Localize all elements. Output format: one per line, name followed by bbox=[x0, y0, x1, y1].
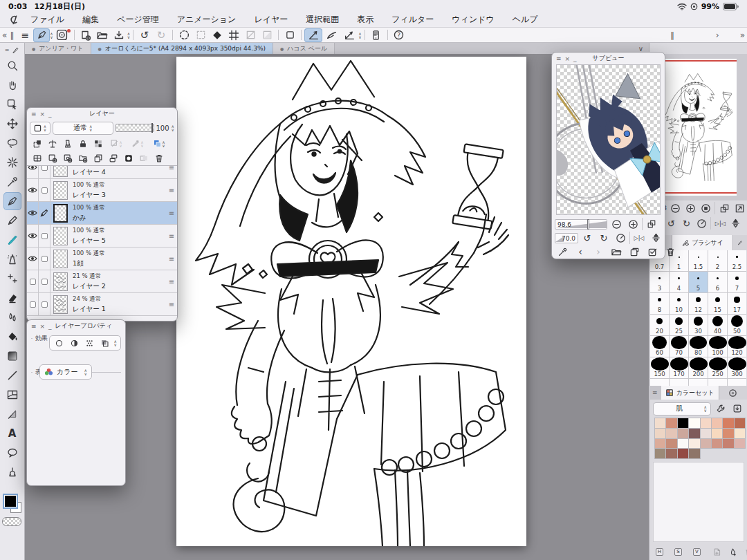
layer-mask-button[interactable] bbox=[121, 152, 136, 165]
color-swatch[interactable] bbox=[678, 418, 689, 429]
brush-size-cell[interactable]: 2 bbox=[708, 250, 727, 271]
subview-zoom-in-button[interactable] bbox=[625, 218, 640, 230]
menu-item[interactable]: ウィンドウ bbox=[443, 14, 503, 26]
divider-handle-icon[interactable]: ∥ bbox=[10, 30, 14, 40]
layer-visibility-toggle[interactable] bbox=[27, 293, 39, 315]
reference-layer-button[interactable]: ∧∨ bbox=[106, 138, 127, 150]
layer-color-button[interactable]: ∧∨ bbox=[149, 138, 169, 150]
tool-balloon[interactable] bbox=[3, 444, 21, 462]
tool-decoration[interactable] bbox=[3, 270, 21, 288]
layer-color-effect-button[interactable] bbox=[99, 337, 111, 348]
import-color-set-button[interactable] bbox=[730, 402, 744, 415]
layer-row[interactable]: 100 % 通常かみ≡ bbox=[27, 202, 177, 225]
layer-visibility-toggle[interactable] bbox=[27, 202, 39, 224]
delete-layer-button[interactable] bbox=[151, 152, 166, 165]
crop-button[interactable] bbox=[225, 28, 242, 42]
expand-right-icon[interactable]: › bbox=[716, 30, 719, 40]
subview-reset-rotation-button[interactable] bbox=[613, 232, 628, 244]
tool-pencil[interactable] bbox=[3, 212, 21, 230]
palette-menu-icon[interactable]: ≡ bbox=[31, 323, 37, 330]
selection-fill-button[interactable] bbox=[259, 28, 275, 42]
brush-size-cell[interactable]: 120 bbox=[728, 336, 746, 357]
tool-figure[interactable] bbox=[3, 366, 21, 384]
subview-next-button[interactable]: › bbox=[591, 245, 606, 258]
tab-color-wheel[interactable] bbox=[719, 386, 747, 400]
open-file-button[interactable] bbox=[94, 28, 111, 42]
deselect-button[interactable] bbox=[192, 28, 209, 42]
main-menu-button[interactable]: ≡ bbox=[17, 28, 33, 42]
select-launcher-button[interactable] bbox=[176, 28, 192, 42]
color-swatch[interactable] bbox=[689, 449, 700, 459]
color-swatch[interactable] bbox=[678, 439, 689, 449]
hsv-button-v[interactable]: V bbox=[693, 548, 701, 556]
tool-move[interactable] bbox=[3, 115, 21, 133]
close-icon[interactable]: × bbox=[565, 55, 571, 62]
layer-visibility-toggle[interactable] bbox=[27, 270, 39, 292]
opacity-stepper[interactable]: ∧∨ bbox=[172, 124, 174, 131]
tool-brush[interactable] bbox=[3, 231, 21, 249]
color-swatch[interactable] bbox=[666, 439, 677, 449]
draw-target-button[interactable]: ∧∨ bbox=[127, 138, 148, 150]
brush-size-cell[interactable]: 300 bbox=[728, 357, 746, 378]
menu-item[interactable]: レイヤー bbox=[245, 14, 297, 26]
lock-transparent-pixels-button[interactable] bbox=[91, 138, 105, 150]
color-swatch[interactable] bbox=[712, 429, 723, 439]
brush-size-cell[interactable] bbox=[708, 379, 727, 386]
layer-thumbnail[interactable] bbox=[53, 295, 68, 314]
tool-eraser[interactable] bbox=[3, 289, 21, 307]
color-swatch[interactable] bbox=[678, 449, 689, 459]
color-swatch[interactable] bbox=[723, 439, 734, 449]
nav-rotate-right-button[interactable]: ↻ bbox=[679, 217, 693, 230]
layer-thumbnail[interactable] bbox=[53, 204, 68, 223]
collapse-left-icon[interactable]: « bbox=[2, 30, 7, 40]
layers-palette-header[interactable]: ≡ × _ レイヤー bbox=[27, 108, 177, 120]
brush-size-cell[interactable]: 250 bbox=[708, 357, 727, 378]
nav-zoom-in-button[interactable] bbox=[683, 202, 697, 214]
brush-size-cell[interactable] bbox=[670, 379, 688, 386]
menu-item[interactable]: 選択範囲 bbox=[297, 14, 348, 26]
color-swatch[interactable] bbox=[678, 429, 689, 439]
subview-angle-box[interactable]: 70.0 bbox=[555, 233, 578, 243]
draft-layer-button[interactable] bbox=[60, 138, 75, 150]
color-swatch[interactable] bbox=[735, 429, 746, 439]
subview-open-button[interactable] bbox=[609, 245, 624, 258]
layer-visibility-toggle[interactable] bbox=[27, 248, 39, 270]
brush-size-cell[interactable]: 10 bbox=[670, 293, 688, 314]
menu-item[interactable]: 表示 bbox=[348, 14, 382, 26]
new-layer-settings-button[interactable] bbox=[60, 152, 75, 165]
menu-item[interactable]: フィルター bbox=[382, 14, 443, 26]
document-tab[interactable]: ●ハコス ベール bbox=[273, 43, 335, 54]
layer-thumbnail[interactable] bbox=[53, 165, 68, 177]
tool-pen[interactable] bbox=[3, 192, 21, 210]
layer-row[interactable]: 24 % 通常レイヤー 1≡ bbox=[27, 293, 177, 316]
layer-row[interactable]: 100 % 通常レイヤー 5≡ bbox=[27, 225, 177, 248]
blend-mode-select[interactable]: 通常 ∧∨ bbox=[53, 122, 113, 135]
layer-drag-handle[interactable]: ≡ bbox=[166, 202, 177, 224]
subview-flip-vertical-button[interactable] bbox=[648, 232, 663, 244]
undo-button[interactable]: ↺ bbox=[136, 28, 153, 42]
layer-drag-handle[interactable]: ≡ bbox=[166, 179, 177, 201]
brush-size-cell[interactable]: 17 bbox=[728, 293, 746, 314]
layer-drag-handle[interactable]: ≡ bbox=[166, 248, 177, 270]
subview-fit-button[interactable] bbox=[644, 218, 659, 230]
new-raster-layer-button[interactable] bbox=[45, 152, 59, 165]
clip-studio-logo-icon[interactable] bbox=[7, 14, 19, 26]
color-set-menu-icon[interactable]: ≡ bbox=[649, 389, 661, 396]
menu-item[interactable]: ページ管理 bbox=[108, 14, 168, 26]
delete-color-button[interactable] bbox=[743, 546, 747, 557]
menu-item[interactable]: ファイル bbox=[21, 14, 73, 26]
subview-edit-button[interactable] bbox=[645, 245, 660, 258]
layer-checkbox[interactable] bbox=[39, 225, 50, 247]
layer-row[interactable]: 100 % 通常レイヤー 3≡ bbox=[27, 179, 177, 202]
subview-eyedropper-button[interactable] bbox=[555, 245, 570, 258]
lock-layer-button[interactable] bbox=[75, 138, 90, 150]
dock-handle-icon[interactable]: ∥ bbox=[670, 30, 674, 40]
apply-mask-button[interactable] bbox=[136, 152, 151, 165]
subview-zoom-out-button[interactable] bbox=[609, 218, 624, 230]
dither-effect-button[interactable] bbox=[84, 337, 96, 348]
color-swatch[interactable] bbox=[723, 429, 734, 439]
brush-size-cell[interactable]: 70 bbox=[670, 336, 688, 357]
border-effect-button[interactable] bbox=[53, 337, 66, 348]
main-color-swatch[interactable] bbox=[3, 494, 18, 509]
subview-flip-horizontal-button[interactable]: ▷|◁ bbox=[631, 232, 647, 244]
